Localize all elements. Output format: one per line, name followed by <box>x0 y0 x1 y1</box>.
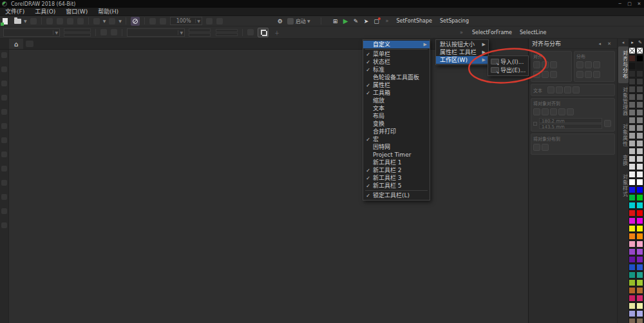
color-swatch[interactable] <box>629 101 636 108</box>
color-swatch[interactable] <box>629 256 636 263</box>
text-align-button[interactable] <box>573 86 580 93</box>
distribute-button[interactable] <box>576 61 583 68</box>
color-swatch[interactable] <box>629 248 636 255</box>
redo-caret-icon[interactable]: ▼ <box>118 19 122 23</box>
color-swatch[interactable] <box>636 93 643 101</box>
color-swatch[interactable] <box>629 264 636 271</box>
align-right-button[interactable] <box>550 61 557 68</box>
docker-tab[interactable]: 对象属性 <box>618 120 629 151</box>
color-swatch[interactable] <box>636 63 643 70</box>
color-swatch[interactable] <box>636 202 643 209</box>
context-menu-item[interactable]: ✓ 新工具栏 1 ▶ <box>363 159 430 166</box>
quick-start-ball-icon[interactable] <box>131 17 140 26</box>
context-menu-item[interactable]: ✓ 菜单栏 ▶ <box>363 50 430 58</box>
artistic-media-tool[interactable] <box>1 123 7 129</box>
context-menu-item[interactable]: ✓ 宏 ▶ <box>363 135 430 143</box>
align-point-y-field[interactable]: 143.5 mm <box>539 124 602 129</box>
color-swatch[interactable] <box>636 318 643 323</box>
context-menu-item[interactable]: ✓ 文本 ▶ <box>363 104 430 112</box>
color-swatch[interactable] <box>629 295 636 302</box>
color-swatch[interactable] <box>636 124 643 132</box>
align-to-page-edge-button[interactable] <box>542 108 549 115</box>
propbar-overflow-chevron[interactable]: » <box>460 30 463 35</box>
distribute-extent-page-button[interactable] <box>542 144 549 151</box>
color-swatch[interactable] <box>636 217 643 224</box>
freehand-tool[interactable] <box>1 109 7 115</box>
color-swatch[interactable] <box>629 55 636 62</box>
text-tool[interactable] <box>1 180 7 186</box>
gear-options-icon[interactable]: ⚙ <box>276 17 284 25</box>
page-dimensions-fields[interactable] <box>64 28 91 37</box>
distribute-extent-selection-button[interactable] <box>533 144 540 151</box>
context-menu-item[interactable]: ✓ 新工具栏 5 ▶ <box>363 182 430 190</box>
units-combo[interactable]: ▼ <box>127 28 185 37</box>
zoom-tool[interactable] <box>1 95 7 101</box>
zoom-combo-caret-icon[interactable]: ▼ <box>195 19 200 23</box>
context-menu-item[interactable]: ✓ 锁定工具栏(L) ▶ <box>363 191 430 199</box>
crop-frame-icon[interactable] <box>258 28 269 37</box>
color-swatch[interactable] <box>636 86 643 93</box>
record-pointer-icon[interactable]: ➤ <box>363 17 370 25</box>
color-swatch[interactable] <box>629 63 636 70</box>
color-swatch[interactable] <box>636 225 643 232</box>
polygon-tool[interactable] <box>1 166 7 171</box>
distribute-button[interactable] <box>593 71 600 78</box>
context-menu-item[interactable]: ✓ 缩放 ▶ <box>363 97 430 104</box>
text-align-button[interactable] <box>547 86 554 93</box>
cut-icon[interactable] <box>57 18 63 24</box>
launch-label[interactable]: 启动 <box>296 17 306 24</box>
color-swatch[interactable] <box>636 155 643 162</box>
color-swatch[interactable] <box>629 310 636 317</box>
default-palette-eyedropper-icon[interactable]: ✎ <box>636 39 644 47</box>
minimize-button[interactable]: ─ <box>615 1 625 6</box>
color-swatch[interactable] <box>629 233 636 240</box>
color-swatch[interactable] <box>636 117 643 124</box>
color-swatch[interactable] <box>636 248 643 255</box>
macro-button-selectforframe[interactable]: SelectForFrame <box>468 30 516 35</box>
color-swatch[interactable] <box>629 271 636 279</box>
color-swatch[interactable] <box>636 47 643 54</box>
color-swatch[interactable] <box>636 70 643 77</box>
context-menu-item[interactable]: ✓ 布局 ▶ <box>363 112 430 120</box>
color-swatch[interactable] <box>629 93 636 101</box>
menubar-item[interactable]: 工具(O) <box>30 8 61 16</box>
color-swatch[interactable] <box>629 225 636 232</box>
interactive-fill-tool[interactable] <box>1 222 7 228</box>
color-swatch[interactable] <box>629 194 636 201</box>
color-swatch[interactable] <box>629 302 636 309</box>
color-swatch[interactable] <box>629 117 636 124</box>
context-menu-item[interactable]: ✓ 自定义 ▶ <box>363 41 430 48</box>
color-swatch[interactable] <box>636 55 643 62</box>
context-menu-item[interactable]: ✓ 新工具栏 3 ▶ <box>363 174 430 182</box>
color-swatch[interactable] <box>629 186 636 193</box>
color-swatch[interactable] <box>629 148 636 155</box>
redo-icon[interactable] <box>109 18 115 24</box>
undo-caret-icon[interactable]: ▼ <box>103 19 106 23</box>
color-swatch[interactable] <box>636 140 643 147</box>
align-bottom-button[interactable] <box>550 71 557 78</box>
parallel-dimension-tool[interactable] <box>1 194 7 200</box>
docker-tab[interactable]: 对象管理器 <box>618 83 629 120</box>
fullscreen-icon[interactable] <box>206 18 213 24</box>
portrait-icon[interactable] <box>100 29 107 35</box>
color-swatch[interactable] <box>636 310 643 317</box>
align-center-v-button[interactable] <box>542 71 549 78</box>
color-swatch[interactable] <box>636 148 643 155</box>
toolbar-overflow-chevron[interactable]: » <box>386 18 389 24</box>
color-swatch[interactable] <box>636 163 643 170</box>
color-swatch[interactable] <box>636 233 643 240</box>
snap-icon[interactable] <box>247 29 254 35</box>
align-to-edge-button[interactable] <box>533 108 540 115</box>
import-icon[interactable] <box>149 18 156 24</box>
new-tab-button[interactable] <box>26 41 33 47</box>
rulers-icon[interactable] <box>216 18 223 24</box>
run-macro-play-icon[interactable]: ▶ <box>342 17 350 25</box>
color-swatch[interactable] <box>629 124 636 132</box>
customize-submenu-item[interactable]: 属性栏 工具栏 ▶ <box>436 48 488 56</box>
align-to-grid-button[interactable] <box>558 108 565 115</box>
color-swatch[interactable] <box>636 171 643 178</box>
docker-tab[interactable]: 对齐与分布 <box>618 46 629 83</box>
color-swatch[interactable] <box>629 163 636 170</box>
duplicate-distance-fields[interactable] <box>216 29 238 36</box>
color-swatch[interactable] <box>636 287 643 294</box>
